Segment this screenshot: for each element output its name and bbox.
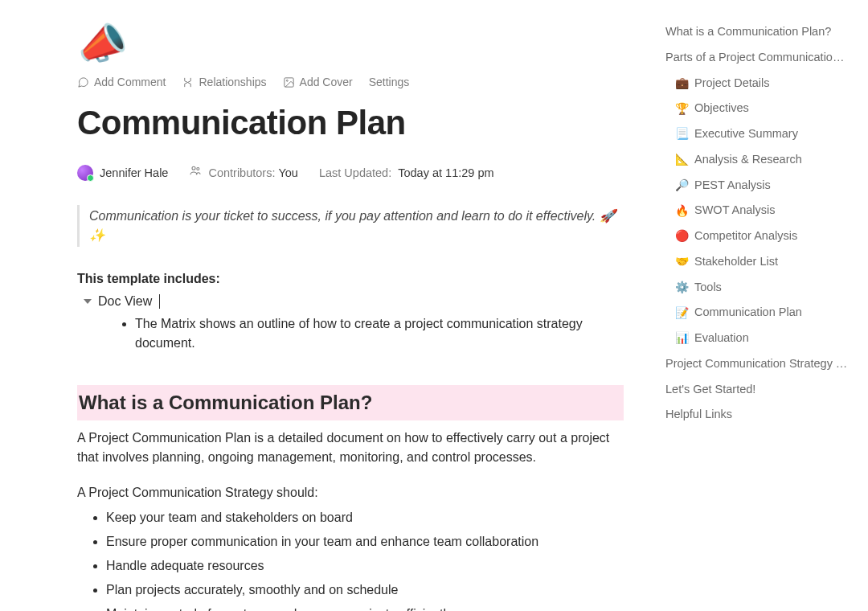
svg-point-3 xyxy=(197,167,199,170)
outline-item[interactable]: What is a Communication Plan? xyxy=(662,19,852,45)
outline-item[interactable]: 🔴Competitor Analysis xyxy=(662,223,852,249)
briefcase-icon: 💼 xyxy=(675,75,690,92)
page-icon: 📃 xyxy=(675,125,690,142)
toggle-doc-view[interactable]: Doc View xyxy=(77,292,624,311)
svg-point-1 xyxy=(286,80,288,81)
add-cover-label: Add Cover xyxy=(300,74,353,91)
main-content: 📣 Add Comment Relationships Add Cover Se… xyxy=(0,0,653,611)
memo-icon: 📝 xyxy=(675,305,690,322)
strategy-intro[interactable]: A Project Communication Strategy should: xyxy=(77,483,624,502)
outline-panel: What is a Communication Plan? Parts of a… xyxy=(653,0,868,611)
comment-icon xyxy=(77,76,89,88)
text-cursor xyxy=(159,294,160,309)
outline-item[interactable]: 💼Project Details xyxy=(662,71,852,96)
outline-item[interactable]: 🔎PEST Analysis xyxy=(662,173,852,199)
toggle-label: Doc View xyxy=(98,292,152,311)
last-updated-chip: Last Updated: Today at 11:29 pm xyxy=(319,165,494,182)
relationships-icon xyxy=(182,76,194,88)
toggle-content: The Matrix shows an outline of how to cr… xyxy=(77,314,624,353)
outline-item[interactable]: 🔥SWOT Analysis xyxy=(662,198,852,223)
relationships-label: Relationships xyxy=(199,74,266,91)
settings-button[interactable]: Settings xyxy=(369,74,410,91)
updated-label: Last Updated: xyxy=(319,165,391,182)
svg-point-2 xyxy=(192,166,195,170)
outline-item[interactable]: Project Communication Strategy Tips! xyxy=(662,351,852,377)
outline-item[interactable]: 📐Analysis & Research xyxy=(662,147,852,173)
relationships-button[interactable]: Relationships xyxy=(182,74,266,91)
page-title[interactable]: Communication Plan xyxy=(77,97,628,148)
outline-item[interactable]: Parts of a Project Communication Strateg… xyxy=(662,45,852,71)
outline-item[interactable]: 📝Communication Plan xyxy=(662,300,852,326)
meta-row: Jennifer Hale Contributors: You Last Upd… xyxy=(77,164,628,182)
page-toolbar: Add Comment Relationships Add Cover Sett… xyxy=(77,74,628,91)
page-icon[interactable]: 📣 xyxy=(74,20,130,68)
heading-what-is[interactable]: What is a Communication Plan? xyxy=(77,385,624,420)
settings-label: Settings xyxy=(369,74,410,91)
chevron-down-icon[interactable] xyxy=(84,299,92,304)
trophy-icon: 🏆 xyxy=(675,100,690,117)
list-item[interactable]: Plan projects accurately, smoothly and o… xyxy=(106,578,624,602)
list-item[interactable]: Maintain control of your team and manage… xyxy=(106,602,624,611)
magnifier-icon: 🔎 xyxy=(675,177,690,194)
strategy-list: Keep your team and stakeholders on board… xyxy=(77,506,624,611)
add-comment-label: Add Comment xyxy=(94,74,166,91)
outline-item[interactable]: ⚙️Tools xyxy=(662,275,852,301)
contributors-chip[interactable]: Contributors: You xyxy=(189,164,297,182)
author-name: Jennifer Hale xyxy=(100,165,168,182)
handshake-icon: 🤝 xyxy=(675,253,690,270)
red-circle-icon: 🔴 xyxy=(675,228,690,244)
list-item[interactable]: Keep your team and stakeholders on board xyxy=(106,506,624,530)
outline-item[interactable]: Helpful Links xyxy=(662,402,852,428)
list-item[interactable]: The Matrix shows an outline of how to cr… xyxy=(135,314,624,353)
outline-item[interactable]: 🏆Objectives xyxy=(662,96,852,121)
section1-paragraph[interactable]: A Project Communication Plan is a detail… xyxy=(77,429,624,467)
list-item[interactable]: Handle adequate resources xyxy=(106,554,624,578)
add-cover-button[interactable]: Add Cover xyxy=(283,74,353,91)
ruler-icon: 📐 xyxy=(675,151,690,168)
template-includes-heading: This template includes: xyxy=(77,269,624,289)
add-comment-button[interactable]: Add Comment xyxy=(77,74,166,91)
quote-block[interactable]: Communication is your ticket to success,… xyxy=(77,205,628,247)
people-icon xyxy=(189,164,202,182)
list-item[interactable]: Ensure proper communication in your team… xyxy=(106,530,624,554)
outline-item[interactable]: 📃Executive Summary xyxy=(662,121,852,147)
image-icon xyxy=(283,76,295,88)
gear-icon: ⚙️ xyxy=(675,279,690,296)
author-chip[interactable]: Jennifer Hale xyxy=(77,165,168,182)
chart-icon: 📊 xyxy=(675,330,690,347)
doc-body[interactable]: This template includes: Doc View The Mat… xyxy=(77,269,624,611)
fire-icon: 🔥 xyxy=(675,203,690,219)
updated-value: Today at 11:29 pm xyxy=(398,165,493,182)
contributors-label: Contributors: xyxy=(208,165,275,182)
outline-item[interactable]: 📊Evaluation xyxy=(662,326,852,351)
outline-item[interactable]: Let's Get Started! xyxy=(662,377,852,403)
contributors-value: You xyxy=(278,165,297,182)
avatar xyxy=(77,165,93,181)
outline-item[interactable]: 🤝Stakeholder List xyxy=(662,249,852,275)
quote-text: Communication is your ticket to success,… xyxy=(89,209,616,242)
